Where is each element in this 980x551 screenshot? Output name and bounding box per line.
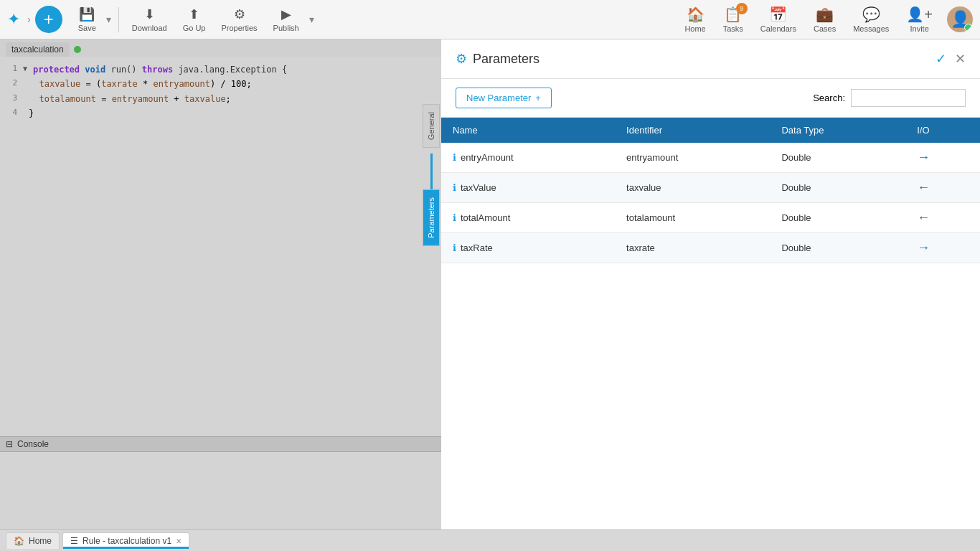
main-content: taxcalculation 1 ▼ protected void run() … bbox=[0, 39, 980, 529]
new-param-label: New Parameter bbox=[466, 93, 531, 103]
cases-label: Cases bbox=[814, 24, 836, 33]
console-collapse-icon[interactable]: ⊟ bbox=[6, 439, 13, 449]
params-title-text: Parameters bbox=[473, 52, 540, 67]
code-line-4: 4 } bbox=[3, 106, 438, 121]
console-label: Console bbox=[17, 439, 49, 449]
breadcrumb-arrow: › bbox=[27, 14, 31, 25]
download-button[interactable]: ⬇ Download bbox=[126, 4, 173, 35]
cell-identifier-1: taxvalue bbox=[615, 173, 770, 203]
cell-name-3: ℹtaxRate bbox=[441, 233, 615, 263]
col-io: I/O bbox=[905, 118, 980, 143]
save-icon: 💾 bbox=[79, 6, 95, 22]
left-panel: taxcalculation 1 ▼ protected void run() … bbox=[0, 39, 441, 529]
calendars-label: Calendars bbox=[760, 24, 796, 33]
search-row: Search: bbox=[813, 89, 966, 107]
publish-icon: ▶ bbox=[281, 6, 291, 22]
params-title-row: ⚙ Parameters bbox=[456, 51, 540, 67]
cell-identifier-3: taxrate bbox=[615, 233, 770, 263]
info-icon-0[interactable]: ℹ bbox=[453, 152, 456, 163]
properties-icon: ⚙ bbox=[234, 6, 245, 22]
close-tab-button[interactable]: ✕ bbox=[176, 537, 182, 545]
tasks-label: Tasks bbox=[723, 24, 743, 33]
publish-dropdown-arrow[interactable]: ▾ bbox=[309, 14, 314, 25]
download-icon: ⬇ bbox=[144, 6, 155, 22]
cell-io-2: ← bbox=[905, 203, 980, 233]
table-row[interactable]: ℹtotalAmount totalamount Double ← bbox=[441, 203, 980, 233]
rule-tab-label: Rule - taxcalculation v1 bbox=[83, 536, 171, 546]
tab-parameters-indicator bbox=[430, 154, 433, 189]
avatar-image: 👤 bbox=[951, 10, 970, 29]
save-button[interactable]: 💾 Save bbox=[72, 4, 102, 35]
new-parameter-button[interactable]: New Parameter + bbox=[456, 88, 552, 108]
goup-button[interactable]: ⬆ Go Up bbox=[177, 4, 212, 35]
io-arrow-3: → bbox=[917, 240, 930, 255]
cases-nav-item[interactable]: 💼 Cases bbox=[805, 3, 844, 36]
add-icon: + bbox=[535, 93, 541, 103]
cell-name-1: ℹtaxValue bbox=[441, 173, 615, 203]
params-toolbar: New Parameter + Search: bbox=[441, 79, 980, 118]
info-icon-1[interactable]: ℹ bbox=[453, 182, 456, 193]
cases-icon: 💼 bbox=[816, 6, 834, 23]
header-actions: ✓ ✕ bbox=[936, 51, 966, 67]
console-header: ⊟ Console bbox=[0, 437, 441, 452]
code-line-1: 1 ▼ protected void run() throws java.lan… bbox=[3, 62, 438, 77]
info-icon-2[interactable]: ℹ bbox=[453, 212, 456, 223]
toolbar: ✦ › + 💾 Save ▾ ⬇ Download ⬆ Go Up ⚙ Prop… bbox=[0, 0, 980, 39]
confirm-button[interactable]: ✓ bbox=[936, 51, 946, 67]
avatar[interactable]: 👤 bbox=[947, 6, 973, 32]
cell-io-3: → bbox=[905, 233, 980, 263]
close-panel-button[interactable]: ✕ bbox=[955, 51, 966, 67]
publish-button[interactable]: ▶ Publish bbox=[268, 4, 305, 35]
properties-button[interactable]: ⚙ Properties bbox=[215, 4, 263, 35]
info-icon-3[interactable]: ℹ bbox=[453, 242, 456, 253]
bottom-tab-rule[interactable]: ☰ Rule - taxcalculation v1 ✕ bbox=[62, 532, 189, 549]
console-area: ⊟ Console bbox=[0, 436, 441, 529]
tab-parameters[interactable]: Parameters bbox=[423, 189, 440, 246]
io-arrow-1: ← bbox=[917, 180, 930, 194]
cell-identifier-0: entryamount bbox=[615, 143, 770, 173]
rule-tab-icon: ☰ bbox=[70, 536, 78, 546]
cell-identifier-2: totalamount bbox=[615, 203, 770, 233]
home-nav-item[interactable]: 🏠 Home bbox=[676, 3, 714, 36]
bottom-tab-home[interactable]: 🏠 Home bbox=[6, 532, 60, 549]
parameters-panel: ⚙ Parameters ✓ ✕ New Parameter + Search: bbox=[441, 39, 980, 529]
code-editor[interactable]: 1 ▼ protected void run() throws java.lan… bbox=[0, 57, 441, 436]
code-line-3: 3 totalamount = entryamount + taxvalue; bbox=[3, 92, 438, 106]
goup-icon: ⬆ bbox=[189, 6, 199, 22]
invite-nav-item[interactable]: 👤+ Invite bbox=[897, 3, 941, 36]
params-header: ⚙ Parameters ✓ ✕ bbox=[441, 39, 980, 79]
publish-label: Publish bbox=[273, 24, 299, 32]
calendars-icon: 📅 bbox=[769, 6, 787, 23]
toolbar-right: 🏠 Home 9 📋 Tasks 📅 Calendars 💼 Cases 💬 M… bbox=[676, 3, 973, 36]
toolbar-left: ✦ › + 💾 Save ▾ ⬇ Download ⬆ Go Up ⚙ Prop… bbox=[7, 4, 314, 35]
search-input[interactable] bbox=[851, 89, 966, 107]
home-icon: 🏠 bbox=[687, 6, 705, 23]
cell-io-1: ← bbox=[905, 173, 980, 203]
save-dropdown-arrow[interactable]: ▾ bbox=[106, 14, 111, 25]
separator-1 bbox=[118, 7, 119, 32]
tab-general[interactable]: General bbox=[423, 104, 440, 148]
messages-icon: 💬 bbox=[862, 6, 880, 23]
editor-tab-label[interactable]: taxcalculation bbox=[6, 42, 70, 57]
table-row[interactable]: ℹentryAmount entryamount Double → bbox=[441, 143, 980, 173]
io-arrow-2: ← bbox=[917, 210, 930, 225]
cell-datatype-2: Double bbox=[770, 203, 905, 233]
tasks-nav-item[interactable]: 9 📋 Tasks bbox=[715, 3, 752, 36]
goup-label: Go Up bbox=[183, 24, 206, 32]
home-tab-label: Home bbox=[29, 536, 52, 546]
status-dot bbox=[74, 46, 81, 53]
calendars-nav-item[interactable]: 📅 Calendars bbox=[752, 3, 805, 36]
cell-name-0: ℹentryAmount bbox=[441, 143, 615, 173]
properties-label: Properties bbox=[221, 24, 257, 32]
save-label: Save bbox=[78, 24, 96, 32]
table-row[interactable]: ℹtaxRate taxrate Double → bbox=[441, 233, 980, 263]
table-row[interactable]: ℹtaxValue taxvalue Double ← bbox=[441, 173, 980, 203]
cell-datatype-3: Double bbox=[770, 233, 905, 263]
editor-tab-bar: taxcalculation bbox=[0, 39, 441, 57]
table-header-row: Name Identifier Data Type I/O bbox=[441, 118, 980, 143]
cell-name-2: ℹtotalAmount bbox=[441, 203, 615, 233]
messages-nav-item[interactable]: 💬 Messages bbox=[844, 3, 897, 36]
download-label: Download bbox=[132, 24, 167, 32]
add-button[interactable]: + bbox=[35, 6, 62, 33]
code-line-2: 2 taxvalue = (taxrate * entryamount) / 1… bbox=[3, 77, 438, 91]
